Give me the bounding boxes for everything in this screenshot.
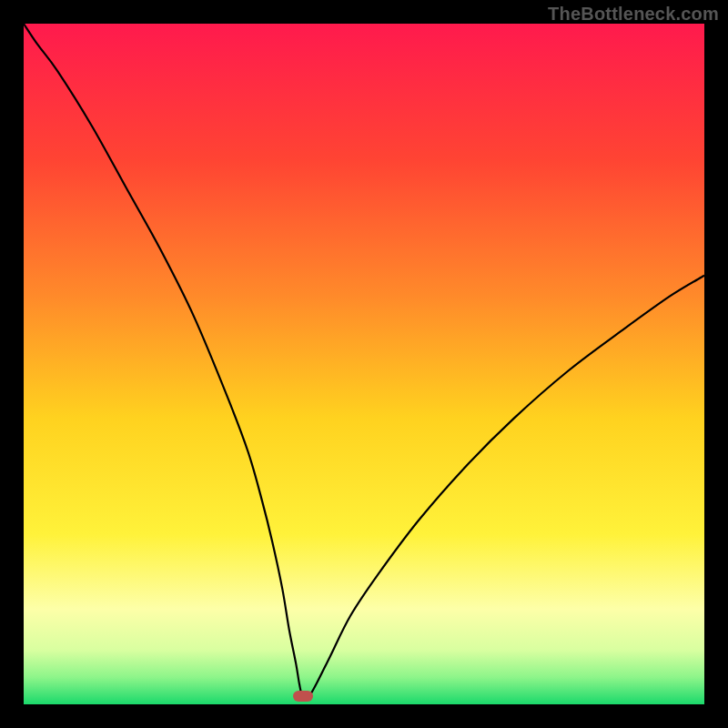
plot-area xyxy=(24,24,704,704)
chart-frame: TheBottleneck.com xyxy=(0,0,728,728)
gradient-background xyxy=(24,24,704,704)
watermark-text: TheBottleneck.com xyxy=(548,4,719,25)
optimal-point-marker xyxy=(293,691,313,702)
plot-svg xyxy=(24,24,704,704)
